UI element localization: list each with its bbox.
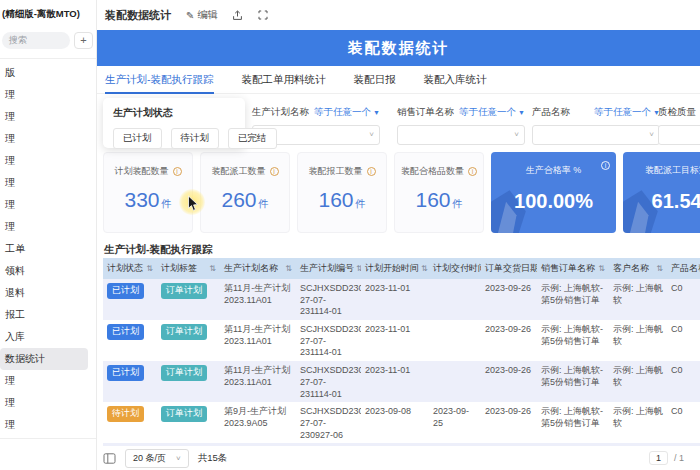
sidebar-item[interactable]: 理 [0, 84, 96, 106]
tab-daily-report[interactable]: 装配日报 [354, 66, 396, 94]
status-badge: 已计划 [107, 283, 144, 299]
table-row[interactable]: 待计划 订单计划 第9月-生产计划 2023.9A05 SCJHXSDD2309… [103, 402, 700, 443]
mouse-cursor-icon [187, 195, 199, 212]
app-window: (精细版-离散MTO) 搜索 + 版 理 理 理 理 理 理 理 工单 领料 退… [0, 0, 700, 470]
sidebar-item[interactable]: 理 [0, 150, 96, 172]
table-row[interactable]: 已计划 订单计划 第11月-生产计划 2023.11A01 SCJHXSDD23… [103, 279, 700, 320]
tag-badge: 订单计划 [161, 365, 207, 381]
tab-bar: 生产计划-装配执行跟踪 装配工单用料统计 装配日报 装配入库统计 [97, 66, 700, 94]
add-button[interactable]: + [74, 32, 93, 49]
sidebar-item[interactable]: 理 [0, 194, 96, 216]
info-icon[interactable]: i [173, 167, 182, 176]
info-icon[interactable]: i [468, 167, 477, 176]
info-icon[interactable]: i [270, 167, 279, 176]
page-size-select[interactable]: 20 条/页 ˅ [125, 449, 189, 468]
fullscreen-button[interactable] [258, 10, 268, 20]
table-section-title: 生产计划-装配执行跟踪 [104, 243, 213, 257]
pencil-icon: ✎ [186, 10, 194, 21]
sidebar-item[interactable]: 理 [0, 128, 96, 150]
sort-icon: ⇅ [209, 264, 216, 273]
export-icon [232, 10, 243, 21]
tab-plan-execution-tracking[interactable]: 生产计划-装配执行跟踪 [105, 66, 214, 94]
status-option-pending[interactable]: 待计划 [171, 128, 220, 149]
filter-label-sales-order: 销售订单名称 [397, 106, 454, 119]
column-header[interactable]: 计划交付时间⇅ [429, 258, 481, 279]
top-toolbar: 装配数据统计 ✎ 编辑 [97, 0, 700, 30]
column-header[interactable]: 产品名称⇅ [667, 258, 700, 279]
app-title: (精细版-离散MTO) [2, 8, 96, 21]
info-icon[interactable]: i [601, 161, 610, 170]
chevron-down-icon: ˅ [176, 454, 181, 463]
plan-status-title: 生产计划状态 [113, 106, 235, 120]
export-button[interactable] [232, 10, 243, 21]
sidebar-item-material-issue[interactable]: 领料 [0, 260, 96, 282]
sidebar-item[interactable]: 理 [0, 392, 96, 414]
info-icon[interactable]: i [367, 167, 376, 176]
page-total-label: / 1 [674, 453, 684, 463]
caret-down-icon: ▼ [373, 109, 380, 116]
status-option-completed[interactable]: 已完结 [228, 128, 277, 149]
document-title: 装配数据统计 [105, 8, 171, 23]
sidebar-item-warehouse-in[interactable]: 入库 [0, 326, 96, 348]
status-badge: 待计划 [107, 406, 144, 422]
column-header[interactable]: 订单交货日期⇅ [481, 258, 537, 279]
stat-card-dispatch-qty: 装配派工数量i 260件 [200, 152, 290, 233]
sidebar-menu: 版 理 理 理 理 理 理 理 工单 领料 退料 报工 入库 数据统计 理 理 … [0, 62, 96, 436]
sort-icon: ⇅ [656, 264, 663, 273]
tab-warehouse-in-stats[interactable]: 装配入库统计 [424, 66, 487, 94]
sidebar-item[interactable]: 理 [0, 106, 96, 128]
pagination-bar: 20 条/页 ˅ 共15条 1 / 1 [103, 446, 700, 470]
column-header[interactable]: 生产计划编号⇅ [296, 258, 361, 279]
sidebar-item-work-report[interactable]: 报工 [0, 304, 96, 326]
product-name-select[interactable]: ˅ [532, 125, 660, 145]
sales-order-select[interactable]: ˅ [397, 125, 525, 145]
sort-icon: ⇅ [285, 264, 292, 273]
tab-work-order-material[interactable]: 装配工单用料统计 [242, 66, 326, 94]
sidebar-item[interactable]: 理 [0, 370, 96, 392]
sidebar-item[interactable]: 理 [0, 216, 96, 238]
main-content: 装配数据统计 ✎ 编辑 装配数据统计 生产计划-装配执行跟踪 装配工单用料统计 … [97, 0, 700, 470]
stat-card-dispatch-target-rate: 装配派工目标完成率 61.54% [623, 152, 700, 233]
divider [0, 58, 96, 59]
sort-icon: ⇅ [598, 264, 605, 273]
stat-card-report-qty: 装配报工数量i 160件 [297, 152, 387, 233]
tag-badge: 订单计划 [161, 283, 207, 299]
table-body: 已计划 订单计划 第11月-生产计划 2023.11A01 SCJHXSDD23… [103, 279, 700, 447]
quality-select[interactable]: 不 [658, 125, 700, 145]
filter-operator-dropdown[interactable]: 等于任意一个▼ [459, 106, 525, 119]
columns-icon [103, 452, 116, 465]
column-header[interactable]: 计划开始时间⇅ [361, 258, 429, 279]
current-page-button[interactable]: 1 [649, 451, 668, 465]
sidebar-item[interactable]: 理 [0, 414, 96, 436]
sidebar-item-data-statistics[interactable]: 数据统计 [0, 348, 88, 370]
tag-badge: 订单计划 [161, 406, 207, 422]
sidebar-item-work-order[interactable]: 工单 [0, 238, 96, 260]
total-count-label: 共15条 [198, 452, 228, 465]
table-header-row: 计划状态⇅ 计划标签⇅ 生产计划名称⇅ 生产计划编号⇅ 计划开始时间⇅ 计划交付… [103, 258, 700, 279]
fullscreen-icon [258, 10, 268, 20]
sort-icon: ⇅ [146, 264, 153, 273]
table-row[interactable]: 已计划 订单计划 第11月-生产计划 2023.11A01 SCJHXSDD23… [103, 361, 700, 402]
filter-label-quality: 质检质量 [658, 106, 696, 119]
sidebar-item-material-return[interactable]: 退料 [0, 282, 96, 304]
column-settings-button[interactable] [103, 452, 116, 465]
plan-tracking-table: 计划状态⇅ 计划标签⇅ 生产计划名称⇅ 生产计划编号⇅ 计划开始时间⇅ 计划交付… [103, 258, 700, 447]
status-badge: 已计划 [107, 324, 144, 340]
table-row[interactable]: 已计划 订单计划 第11月-生产计划 2023.11A01 SCJHXSDD23… [103, 320, 700, 361]
status-option-planned[interactable]: 已计划 [113, 128, 162, 149]
search-input[interactable]: 搜索 [2, 32, 70, 49]
sidebar-item[interactable]: 理 [0, 172, 96, 194]
edit-button[interactable]: ✎ 编辑 [186, 8, 217, 22]
column-header[interactable]: 销售订单名称⇅ [537, 258, 609, 279]
filter-bar: 生产计划名称 等于任意一个▼ ˅ 销售订单名称 等于任意一个▼ [97, 94, 700, 152]
filter-operator-dropdown[interactable]: 等于任意一个▼ [594, 106, 660, 119]
column-header[interactable]: 生产计划名称⇅ [220, 258, 296, 279]
sidebar-item[interactable]: 版 [0, 62, 96, 84]
stat-card-pass-rate: 生产合格率 % i 100.00% [491, 152, 616, 233]
status-badge: 已计划 [107, 365, 144, 381]
filter-operator-dropdown[interactable]: 等于任意一个▼ [314, 106, 380, 119]
column-header[interactable]: 计划状态⇅ [103, 258, 157, 279]
column-header[interactable]: 计划标签⇅ [157, 258, 220, 279]
divider [0, 438, 96, 439]
column-header[interactable]: 客户名称⇅ [609, 258, 667, 279]
